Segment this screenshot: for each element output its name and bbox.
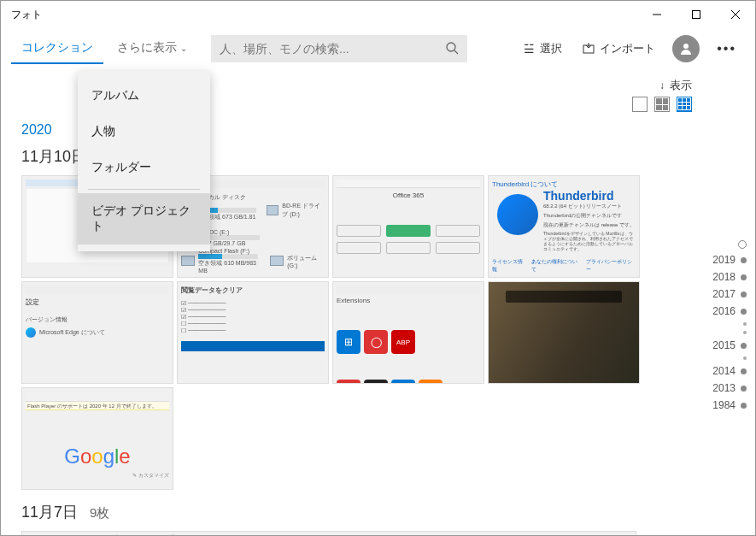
timeline-current-icon [738, 240, 747, 249]
tab-more[interactable]: さらに表示 ⌄ [107, 33, 197, 64]
arrow-down-icon: ↓ [659, 80, 665, 91]
thumbnail[interactable]: Office 365 [332, 175, 484, 278]
select-icon: ☱ [524, 42, 535, 56]
chevron-down-icon: ⌄ [180, 44, 187, 53]
import-button[interactable]: インポート [574, 36, 664, 62]
dropdown-people[interactable]: 人物 [78, 114, 210, 150]
tab-collection[interactable]: コレクション [11, 33, 103, 64]
dropdown-folder[interactable]: フォルダー [78, 150, 210, 186]
dropdown-video-project[interactable]: ビデオ プロジェクト [78, 193, 210, 244]
view-single-icon[interactable] [632, 97, 648, 112]
year-timeline[interactable]: 2019 2018 2017 2016 2015 2014 2013 1984 [712, 240, 747, 411]
view-medium-icon[interactable] [654, 97, 670, 112]
select-label: 選択 [540, 41, 562, 56]
window-title: フォト [11, 8, 42, 22]
import-icon [583, 42, 595, 56]
minimize-button[interactable] [637, 1, 677, 28]
close-button[interactable] [716, 1, 755, 28]
top-bar: コレクション さらに表示 ⌄ ☱ 選択 インポート ••• [1, 28, 755, 69]
window-controls [637, 1, 755, 28]
svg-rect-1 [693, 11, 700, 19]
search-box[interactable] [211, 35, 467, 62]
more-dropdown: アルバム 人物 フォルダー ビデオ プロジェクト [78, 71, 210, 251]
search-input[interactable] [220, 42, 445, 56]
display-label: 表示 [670, 78, 692, 93]
import-label: インポート [600, 41, 655, 56]
thumbnail[interactable] [488, 281, 640, 384]
thumbnail[interactable]: Flash Player のサポートは 2020 年 12 月で終了します。 G… [21, 387, 173, 490]
google-logo: Google [26, 445, 169, 468]
thumbnail[interactable]: 設定 バージョン情報 Microsoft Edge について [21, 281, 173, 384]
account-avatar[interactable] [672, 35, 700, 62]
thumbnail[interactable]: 閲覧データをクリア ☑ ─────────☑ ─────────☑ ──────… [177, 281, 329, 384]
date-label[interactable]: 11月7日 [21, 502, 78, 522]
date-label[interactable]: 11月10日 [21, 146, 86, 167]
thumbnail[interactable]: Thunderbird について Thunderbird 68.2.2 (64 … [488, 175, 640, 278]
maximize-button[interactable] [677, 1, 716, 28]
tab-more-label: さらに表示 [117, 40, 177, 56]
svg-point-7 [683, 44, 689, 49]
date-group-2: 11月7日 9枚 [21, 502, 735, 522]
search-icon[interactable] [445, 41, 459, 57]
dropdown-separator [88, 189, 200, 190]
count-label: 9枚 [90, 505, 109, 521]
more-menu-button[interactable]: ••• [708, 36, 745, 62]
thumbnail-row-2: 設定 バージョン情報 Microsoft Edge について 閲覧データをクリア… [21, 281, 735, 490]
svg-point-4 [447, 43, 455, 51]
thumbnail[interactable]: Extensions ⊞ ◯ ABP 🛡 a ⊡ ◐ [332, 281, 484, 384]
thumbnail[interactable]: ファイル(F) 操作(A) 表示(V) ヘルプ(H) [21, 531, 636, 536]
display-toggle[interactable]: ↓ 表示 [659, 78, 692, 93]
svg-line-5 [454, 50, 458, 54]
view-small-icon[interactable] [677, 97, 692, 112]
select-button[interactable]: ☱ 選択 [515, 36, 571, 62]
dropdown-album[interactable]: アルバム [78, 78, 210, 114]
thunderbird-icon [497, 194, 538, 235]
